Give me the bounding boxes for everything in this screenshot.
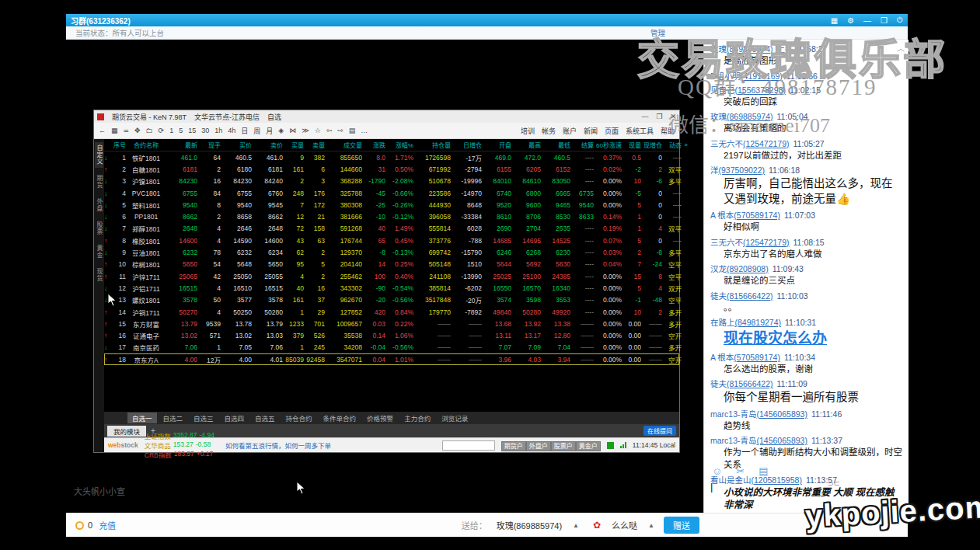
toolbar-icon[interactable]: 日 (241, 126, 248, 136)
menu-item[interactable]: 系统工具 (626, 126, 654, 136)
toolbar-icon[interactable]: 15 (188, 127, 196, 134)
table-row[interactable]: ↑18京东方A4.0012万4.004.01850399245835470710… (104, 353, 679, 365)
table-row[interactable]: ↑11沪锌171125065422505025055422554621000.4… (104, 270, 679, 282)
chat-user-id[interactable]: (1556378298) (735, 85, 786, 95)
recharge-link[interactable]: 充值 (99, 519, 116, 531)
watchlist-tab[interactable]: 自选一 (127, 412, 157, 423)
table-row[interactable]: ↓17南京医药7.0617.057.06124534208-0.04-0.56%… (104, 342, 679, 353)
trading-minimize-icon[interactable]: — (641, 113, 648, 120)
table-row[interactable]: ↑2白糖180161812618061811616144660310.50%67… (104, 163, 679, 175)
watchlist-tab[interactable]: 自选五 (250, 412, 280, 423)
table-row[interactable]: ↑8橡胶180114600414590146004363176744650.45… (104, 235, 679, 246)
toolbar-icon[interactable]: ◈ (278, 127, 284, 134)
table-row[interactable]: ↓7郑醇1801264842646264872158591268401.49%5… (104, 223, 679, 235)
column-header[interactable]: 卖量 (304, 141, 325, 149)
column-header[interactable]: 最高 (511, 141, 541, 149)
chat-user-id[interactable]: (815666422) (727, 291, 773, 301)
column-header[interactable]: 现增仓 (641, 141, 662, 149)
table-row[interactable]: ↑14沪铜171150270450250502801291278524200.8… (104, 306, 679, 318)
table-row[interactable]: ↓12沪铝171116515416510165154016343302-90-0… (104, 282, 679, 294)
account-button[interactable]: 期货户 (501, 441, 526, 451)
chat-user-id[interactable]: (41916169) (741, 71, 783, 81)
manage-link[interactable]: 管理 (650, 27, 665, 38)
menu-item[interactable]: 帮助 (661, 126, 675, 136)
watchlist-tab[interactable]: 自选二 (159, 412, 188, 423)
more-columns-icon[interactable]: » (682, 141, 688, 148)
watchlist-tab[interactable]: 浏览记录 (437, 412, 473, 423)
table-row[interactable]: ↑15东方财富13.79953913.7813.7912337011009657… (104, 318, 679, 329)
toolbar-icon[interactable]: ⋈ (289, 127, 296, 134)
chat-user-id[interactable]: (815666422) (727, 379, 773, 388)
toolbar-icon[interactable]: ▦ (111, 127, 118, 134)
toolbar-icon[interactable]: 🗀 (146, 127, 153, 134)
sidebar-tab[interactable]: 股票 (95, 219, 103, 238)
settings-gear-icon[interactable]: ⚙ (847, 16, 854, 25)
toolbar-icon[interactable]: ≃ (124, 127, 130, 134)
toolbar-icon[interactable]: ⇦ (326, 127, 333, 134)
column-header[interactable]: 最低 (541, 141, 570, 149)
chat-username[interactable]: 玫瑰 (710, 112, 727, 121)
sidebar-tab[interactable]: 期货 (95, 172, 103, 191)
account-button[interactable]: 股票户 (551, 441, 576, 451)
chat-user-id[interactable]: (869885974) (727, 44, 773, 54)
toolbar-icon[interactable]: 5 (179, 127, 183, 134)
account-button[interactable]: 外盘户 (526, 441, 551, 451)
toolbar-icon[interactable]: ⇨ (337, 127, 344, 134)
chat-user-id[interactable]: (570589174) (734, 211, 780, 220)
module-tab[interactable]: 我的模块 (107, 426, 146, 437)
toolbar-icon[interactable]: 1h (214, 127, 222, 134)
table-row[interactable]: ↓3沪镍18018423016842308424023368288-1790-2… (104, 176, 679, 187)
table-row[interactable]: ↓6PP180186622865886621221381666-10-0.12%… (104, 211, 679, 222)
menu-item[interactable]: 帐务 (542, 126, 556, 136)
trading-view-tab[interactable]: 自选 (267, 112, 281, 122)
watchlist-tab[interactable]: 持仓合约 (281, 412, 317, 423)
chat-username[interactable]: 徒夫 (710, 291, 727, 301)
column-header[interactable]: 现手 (197, 141, 221, 149)
toolbar-icon[interactable]: 月 (266, 126, 273, 136)
column-header[interactable]: 60秒涨速 (594, 141, 622, 149)
toolbar-icon[interactable]: … (361, 127, 368, 134)
menu-item[interactable]: 页面 (605, 126, 619, 136)
toolbar-icon[interactable]: 4h (228, 127, 235, 134)
collapse-chevron-icon[interactable]: ︿ (897, 42, 905, 54)
account-button[interactable]: 黄金户 (576, 441, 601, 451)
sidebar-tab[interactable]: 现货 (95, 266, 103, 284)
chat-username[interactable]: 徒夫 (710, 379, 727, 388)
chat-username[interactable]: D组小明 (710, 71, 741, 81)
table-row[interactable]: ↓5塑料180195408954095457172380308-25-0.26%… (104, 199, 679, 211)
watchlist-tab[interactable]: 自选四 (220, 412, 249, 423)
chat-username[interactable]: A 根本 (710, 353, 734, 362)
chat-user-id[interactable]: (125472179) (743, 139, 790, 148)
teacher-dropdown[interactable]: 玫瑰(869885974) ▲ (492, 517, 584, 533)
chat-username[interactable]: 三无六不 (710, 238, 743, 247)
scissors-icon[interactable]: ✂ (736, 465, 745, 477)
chat-username[interactable]: marc13-青岛 (710, 409, 757, 419)
sidebar-tab[interactable]: 外盘 (95, 196, 103, 214)
chat-input-caret[interactable]: | (710, 481, 713, 493)
swap-icon[interactable]: ⊃⊂ (827, 479, 840, 488)
column-header[interactable]: 序号 (110, 141, 126, 149)
toolbar-icon[interactable]: 30 (201, 127, 209, 134)
toolbar-icon[interactable]: ≫ (302, 127, 309, 134)
table-row[interactable]: ↓1铁矿1801461.064460.5461.093828556508.01.… (104, 151, 679, 163)
chat-user-id[interactable]: (1456065893) (757, 409, 807, 419)
table-row[interactable]: ↑10棕榈180156505456485650955204140140.25%5… (104, 259, 679, 270)
column-header[interactable]: 日增仓 (451, 141, 482, 149)
chat-username[interactable]: 玫瑰 (710, 44, 727, 54)
watchlist-tab[interactable]: 价格预警 (362, 412, 398, 423)
column-header[interactable]: 卖价 (252, 141, 283, 149)
notice-text[interactable]: 如何看第五浪行情，如何一周多下单 (225, 440, 331, 450)
chat-user-id[interactable]: (125472179) (743, 238, 790, 247)
column-header[interactable]: 涨幅% (385, 141, 413, 149)
table-row[interactable]: ↓13螺纹18013578503577357816137962670-20-0.… (104, 294, 679, 306)
online-help-button[interactable]: 在线提问 (643, 426, 676, 436)
trading-close-icon[interactable]: ✕ (670, 113, 676, 120)
table-row[interactable]: ↓9豆油180162327862326234622129370-8-0.13%6… (104, 246, 679, 258)
table-row[interactable]: ↓4PVC180167558467556760248176325788-45-0… (104, 187, 679, 199)
chat-user-id[interactable]: (89208908) (727, 264, 769, 273)
sidebar-tab[interactable]: 自定义 (95, 142, 103, 168)
chat-username[interactable]: 洋 (710, 165, 719, 175)
send-gift-button[interactable]: 赠送 (664, 517, 699, 534)
trading-restore-icon[interactable]: ❐ (656, 113, 662, 120)
column-header[interactable]: 涨跌 (362, 141, 385, 149)
